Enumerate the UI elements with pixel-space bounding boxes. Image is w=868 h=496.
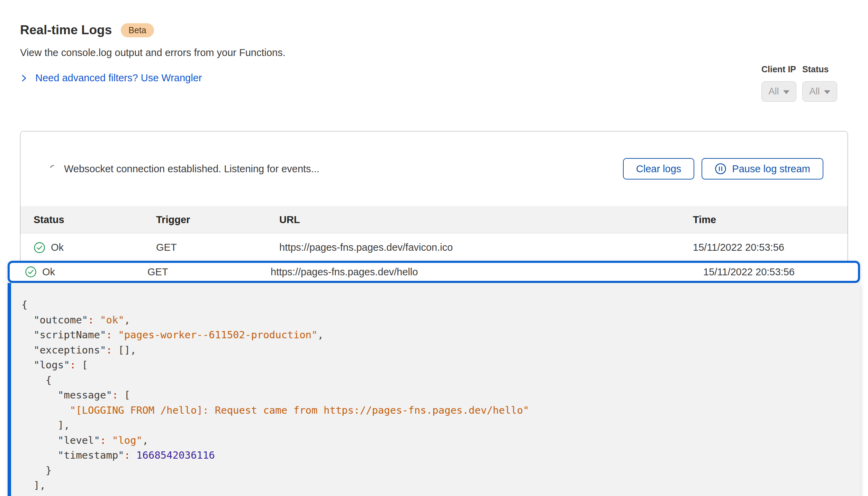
row-url: https://pages-fns.pages.dev/favicon.ico — [279, 242, 693, 253]
client-ip-filter-value: All — [768, 86, 779, 97]
column-header-status: Status — [34, 214, 156, 226]
client-ip-filter-label: Client IP — [761, 64, 796, 74]
websocket-status-message: Websocket connection established. Listen… — [64, 163, 319, 175]
pause-icon — [715, 163, 726, 175]
page-description: View the console.log output and errors f… — [20, 47, 286, 58]
log-detail-json: { "outcome": "ok", "scriptName": "pages-… — [8, 283, 860, 496]
clear-logs-label: Clear logs — [636, 163, 681, 175]
chevron-right-icon — [20, 74, 28, 82]
beta-badge: Beta — [121, 23, 154, 37]
caret-down-icon — [824, 90, 830, 94]
column-header-trigger: Trigger — [156, 214, 279, 226]
row-url: https://pages-fns.pages.dev/hello — [271, 266, 703, 278]
clear-logs-button[interactable]: Clear logs — [623, 158, 695, 180]
ok-check-icon — [25, 266, 37, 278]
row-status: Ok — [51, 242, 64, 253]
spinner-icon — [49, 165, 58, 173]
status-filter-dropdown[interactable]: All — [802, 81, 837, 102]
status-filter-label: Status — [802, 64, 837, 74]
page-title: Real-time Logs — [20, 23, 112, 37]
table-row[interactable]: Ok GET https://pages-fns.pages.dev/favic… — [20, 233, 848, 261]
caret-down-icon — [783, 90, 789, 94]
ok-check-icon — [34, 242, 45, 254]
row-time: 15/11/2022 20:53:56 — [703, 266, 858, 278]
row-trigger: GET — [147, 266, 271, 278]
column-header-url: URL — [279, 214, 693, 226]
json-code: { "outcome": "ok", "scriptName": "pages-… — [21, 297, 846, 493]
column-header-time: Time — [693, 214, 848, 226]
filters: Client IP All Status All — [761, 64, 837, 102]
selected-table-row[interactable]: Ok GET https://pages-fns.pages.dev/hello… — [8, 261, 860, 283]
wrangler-link[interactable]: Need advanced filters? Use Wrangler — [20, 72, 286, 84]
client-ip-filter-dropdown[interactable]: All — [761, 81, 796, 102]
pause-log-stream-label: Pause log stream — [732, 163, 810, 175]
expanded-log-entry: Ok GET https://pages-fns.pages.dev/hello… — [8, 261, 860, 496]
page-header: Real-time Logs Beta View the console.log… — [20, 23, 286, 84]
table-header-row: Status Trigger URL Time — [20, 206, 848, 233]
wrangler-link-label: Need advanced filters? Use Wrangler — [35, 72, 202, 84]
status-filter-value: All — [809, 86, 820, 97]
row-trigger: GET — [156, 242, 279, 253]
pause-log-stream-button[interactable]: Pause log stream — [702, 158, 823, 180]
row-time: 15/11/2022 20:53:56 — [693, 242, 848, 253]
logs-toolbar: Websocket connection established. Listen… — [20, 131, 848, 206]
row-status: Ok — [42, 266, 55, 278]
